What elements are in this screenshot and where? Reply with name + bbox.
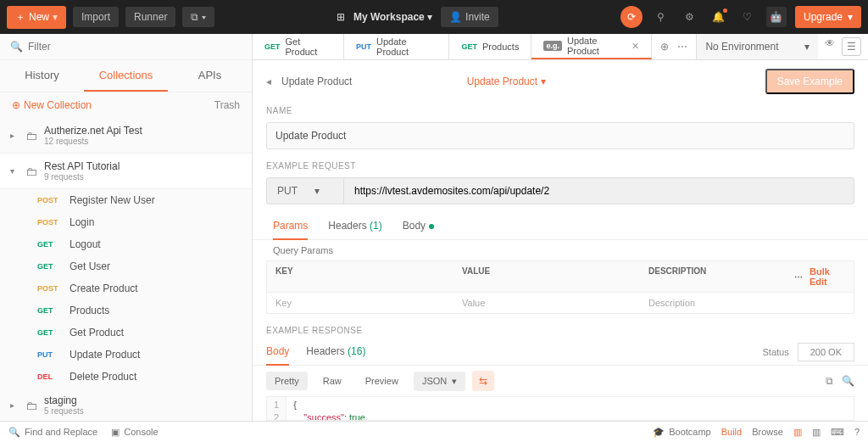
request-item[interactable]: POSTRegister New User	[0, 189, 252, 211]
pane-split-icon[interactable]: ▥	[812, 427, 821, 438]
console-button[interactable]: ▣ Console	[111, 427, 158, 438]
example-request-label: EXAMPLE REQUEST	[253, 158, 868, 174]
notifications-icon[interactable]: 🔔	[709, 7, 729, 27]
folder-icon: 🗀	[25, 399, 37, 412]
resp-tab-body[interactable]: Body	[266, 338, 289, 366]
collection-item[interactable]: ▸ 🗀 staging 5 requests	[0, 388, 252, 421]
folder-icon: 🗀	[25, 129, 37, 143]
bulk-edit-link[interactable]: Bulk Edit	[810, 266, 845, 287]
statusbar: 🔍 Find and Replace ▣ Console 🎓 Bootcamp …	[0, 421, 868, 442]
tab-body[interactable]: Body	[403, 213, 434, 239]
shortcuts-icon[interactable]: ⌨	[831, 427, 844, 438]
request-tab[interactable]: PUTUpdate Product	[344, 34, 449, 59]
request-item[interactable]: PUTUpdate Product	[0, 344, 252, 366]
new-button[interactable]: ＋ New ▾	[7, 6, 66, 29]
folder-icon: 🗀	[25, 165, 37, 178]
heart-icon[interactable]: ♡	[737, 7, 758, 27]
sync-icon[interactable]: ⟳	[620, 6, 643, 28]
method-select[interactable]: PUT▾	[267, 178, 344, 204]
import-button[interactable]: Import	[73, 7, 119, 27]
name-input[interactable]: Update Product	[266, 122, 854, 149]
chevron-right-icon: ▸	[10, 131, 19, 140]
example-response-label: EXAMPLE RESPONSE	[253, 322, 868, 338]
chevron-right-icon: ▸	[10, 400, 19, 410]
tab-headers[interactable]: Headers (1)	[328, 213, 381, 239]
runner-button[interactable]: Runner	[125, 7, 175, 27]
response-body[interactable]: 12345 { "success": true, "message": "Pro…	[266, 396, 854, 421]
capture-icon[interactable]: ⚲	[651, 7, 671, 27]
collection-item[interactable]: ▸ 🗀 Autherize.net Api Test 12 requests	[0, 118, 252, 154]
sidebar: 🔍 History Collections APIs ⊕ New Collect…	[0, 34, 253, 421]
tab-collections[interactable]: Collections	[84, 60, 168, 92]
filter-input[interactable]	[28, 41, 242, 53]
content: GETGet Product PUTUpdate Product GETProd…	[253, 34, 868, 421]
request-item[interactable]: POSTCreate Product	[0, 277, 252, 299]
name-label: NAME	[253, 103, 868, 119]
view-preview[interactable]: Preview	[357, 372, 407, 390]
topbar: ＋ New ▾ Import Runner ⧉ ▾ ⊞ My Workspace…	[0, 0, 868, 34]
request-item[interactable]: GETLogout	[0, 233, 252, 255]
tab-params[interactable]: Params	[273, 213, 308, 240]
status-label: Status	[763, 347, 789, 357]
param-value-input[interactable]: Value	[453, 293, 640, 313]
window-icon[interactable]: ⧉ ▾	[182, 7, 214, 27]
help-icon[interactable]: ?	[854, 427, 860, 437]
search-icon: 🔍	[10, 41, 23, 53]
workspace-name[interactable]: My Workspace ▾	[353, 11, 432, 23]
breadcrumb-current[interactable]: Update Product ▾	[467, 76, 546, 87]
request-tab[interactable]: e.g.Update Product✕	[531, 34, 652, 59]
request-item[interactable]: GETProducts	[0, 299, 252, 322]
view-pretty[interactable]: Pretty	[266, 372, 308, 390]
chevron-down-icon: ▾	[804, 41, 810, 53]
url-input[interactable]	[344, 178, 854, 204]
request-item[interactable]: POSTLogin	[0, 211, 252, 233]
request-tabs: GETGet Product PUTUpdate Product GETProd…	[253, 34, 868, 60]
trash-link[interactable]: Trash	[214, 99, 240, 111]
chevron-down-icon: ▾	[10, 166, 19, 176]
settings-icon[interactable]: ⚙	[680, 7, 700, 27]
tab-history[interactable]: History	[0, 60, 84, 92]
new-collection-link[interactable]: ⊕ New Collection	[12, 99, 92, 111]
browse-tab[interactable]: Browse	[752, 427, 783, 437]
bootcamp-button[interactable]: 🎓 Bootcamp	[653, 427, 711, 438]
pane-single-icon[interactable]: ▥	[793, 427, 802, 438]
request-item[interactable]: GETGet User	[0, 255, 252, 277]
breadcrumb-parent[interactable]: Update Product	[281, 76, 352, 87]
format-select[interactable]: JSON ▾	[414, 372, 465, 391]
resp-tab-headers[interactable]: Headers (16)	[306, 338, 365, 365]
view-raw[interactable]: Raw	[314, 372, 350, 390]
search-response-icon[interactable]: 🔍	[842, 375, 854, 387]
query-params-label: Query Params	[253, 240, 868, 260]
copy-icon[interactable]: ⧉	[826, 375, 833, 387]
env-settings-icon[interactable]: ☰	[842, 37, 861, 56]
environment-select[interactable]: No Environment▾	[696, 34, 818, 59]
param-key-input[interactable]: Key	[267, 293, 453, 313]
request-tab[interactable]: GETProducts	[449, 34, 531, 59]
request-item[interactable]: GETGet Product	[0, 322, 252, 344]
tab-menu-icon[interactable]: ⋯	[677, 41, 687, 53]
env-quicklook-icon[interactable]: 👁	[825, 37, 835, 56]
tab-apis[interactable]: APIs	[168, 60, 252, 92]
add-tab-icon[interactable]: ⊕	[660, 41, 669, 53]
avatar-icon[interactable]: 🤖	[766, 7, 787, 27]
params-table: KEY VALUE DESCRIPTION ⋯Bulk Edit Key Val…	[266, 260, 854, 314]
wrap-lines-icon[interactable]: ⇆	[472, 371, 494, 391]
build-tab[interactable]: Build	[721, 427, 742, 437]
request-item[interactable]: DELDelete Product	[0, 366, 252, 388]
close-icon[interactable]: ✕	[632, 41, 639, 52]
chevron-down-icon: ▾	[314, 185, 320, 197]
save-example-button[interactable]: Save Example	[765, 69, 854, 94]
invite-button[interactable]: 👤 Invite	[441, 7, 498, 27]
upgrade-button[interactable]: Upgrade ▾	[795, 6, 861, 28]
workspace-icon: ⊞	[337, 11, 345, 23]
collection-item[interactable]: ▾ 🗀 Rest API Tutorial 9 requests	[0, 154, 252, 189]
back-icon[interactable]: ◂	[266, 76, 271, 87]
find-replace-button[interactable]: 🔍 Find and Replace	[8, 427, 97, 438]
body-indicator-dot	[429, 224, 434, 229]
param-desc-input[interactable]: Description	[640, 293, 786, 313]
more-icon[interactable]: ⋯	[794, 272, 803, 282]
status-code[interactable]: 200 OK	[798, 343, 854, 361]
request-tab[interactable]: GETGet Product	[253, 34, 344, 59]
